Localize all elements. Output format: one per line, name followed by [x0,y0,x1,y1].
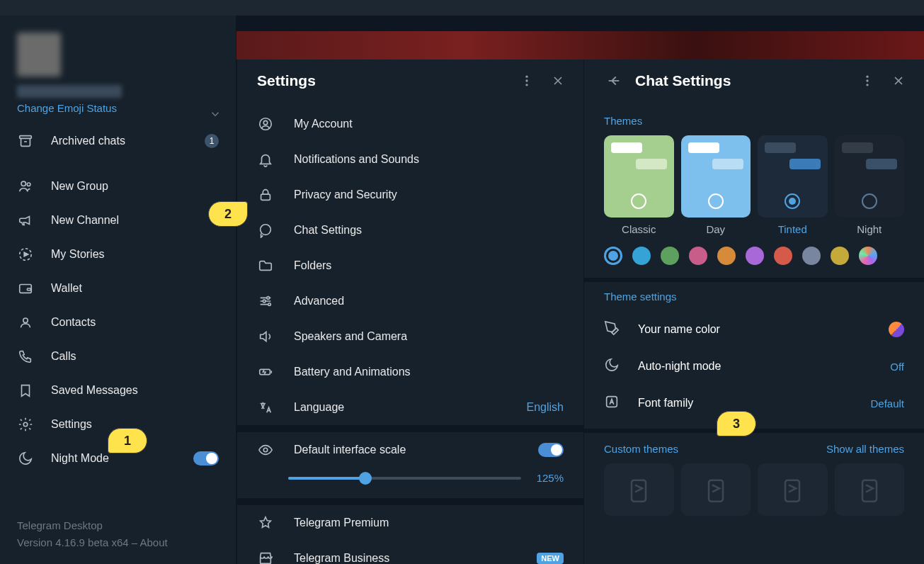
username-blurred [17,85,122,98]
chevron-down-icon[interactable] [209,108,222,123]
app-version[interactable]: Version 4.16.9 beta x64 – About [17,534,219,551]
menu-label: New Group [51,180,108,193]
chat-background-strip [236,31,924,60]
custom-theme-card[interactable] [681,463,751,516]
settings-label: Privacy and Security [294,188,397,201]
language-value: English [527,401,564,414]
moon-icon [17,450,34,467]
settings-folders[interactable]: Folders [237,248,583,283]
new-badge: NEW [537,553,564,564]
chat-settings-header: Chat Settings [584,60,924,106]
menu-my-stories[interactable]: My Stories [0,237,236,271]
menu-label: Contacts [51,316,96,329]
color-swatch[interactable] [802,247,821,265]
color-swatch[interactable] [774,247,792,265]
color-swatch[interactable] [717,247,736,265]
custom-theme-card[interactable] [835,463,905,516]
row-auto-night[interactable]: Auto-night mode Off [584,348,924,385]
svg-point-8 [525,76,527,78]
app-name: Telegram Desktop [17,517,219,534]
menu-new-group[interactable]: New Group [0,169,236,203]
theme-day[interactable]: Day [681,135,751,235]
color-swatch[interactable] [746,247,764,265]
settings-chat-settings[interactable]: Chat Settings [237,213,583,248]
svg-point-15 [267,297,270,300]
settings-label: Telegram Business [294,552,389,564]
bell-icon [257,151,274,168]
theme-night[interactable]: Night [835,135,905,235]
megaphone-icon [17,212,34,229]
settings-telegram-business[interactable]: Telegram Business NEW [237,541,583,564]
svg-point-16 [263,300,266,303]
sidebar-footer: Telegram Desktop Version 4.16.9 beta x64… [0,504,236,564]
svg-point-22 [866,84,868,86]
theme-label: Classic [604,223,674,235]
menu-archived-chats[interactable]: Archived chats 1 [0,124,236,158]
app-titlebar [0,0,924,16]
settings-label: Speakers and Camera [294,330,407,343]
slider-thumb[interactable] [359,472,372,485]
menu-saved-messages[interactable]: Saved Messages [0,373,236,407]
chat-settings-panel: Chat Settings Themes Classic Day Tinted … [583,60,924,564]
folder-icon [257,257,274,274]
menu-calls[interactable]: Calls [0,339,236,373]
settings-telegram-premium[interactable]: Telegram Premium [237,505,583,541]
menu-label: Wallet [51,282,82,295]
svg-point-10 [525,84,527,86]
settings-speakers-camera[interactable]: Speakers and Camera [237,319,583,354]
settings-notifications[interactable]: Notifications and Sounds [237,142,583,177]
settings-advanced[interactable]: Advanced [237,283,583,319]
back-icon[interactable] [604,71,624,91]
custom-theme-card[interactable] [604,463,674,516]
menu-new-channel[interactable]: New Channel [0,203,236,237]
scale-slider[interactable] [288,477,521,480]
settings-my-account[interactable]: My Account [237,106,583,142]
svg-rect-0 [20,136,32,139]
default-scale-toggle[interactable] [538,443,564,457]
row-name-color[interactable]: Your name color [584,311,924,348]
avatar[interactable] [17,33,61,77]
custom-themes-grid [584,463,924,516]
theme-tinted[interactable]: Tinted [758,135,828,235]
more-menu-icon[interactable] [857,71,877,91]
color-swatch[interactable] [632,247,651,265]
close-icon[interactable] [889,71,908,91]
annotation-callout-3: 3 [717,411,756,436]
menu-label: Settings [51,418,92,431]
panel-title: Chat Settings [635,72,846,89]
settings-header: Settings [237,60,583,106]
svg-rect-13 [261,194,270,200]
menu-wallet[interactable]: Wallet [0,271,236,305]
menu-contacts[interactable]: Contacts [0,305,236,339]
color-swatch-selected[interactable] [604,247,622,265]
color-swatch-custom[interactable] [859,247,877,265]
custom-theme-card[interactable] [758,463,828,516]
color-swatch[interactable] [831,247,849,265]
theme-label: Night [835,223,905,235]
theme-label: Day [681,223,751,235]
close-icon[interactable] [548,71,568,91]
paint-icon [604,320,621,339]
svg-point-19 [263,448,268,452]
row-label: Font family [638,397,693,410]
language-icon [257,399,274,416]
settings-default-scale[interactable]: Default interface scale [237,432,583,468]
theme-classic[interactable]: Classic [604,135,674,235]
show-all-themes-link[interactable]: Show all themes [826,443,904,455]
font-icon [604,394,621,412]
change-emoji-status-link[interactable]: Change Emoji Status [17,102,222,114]
wallet-icon [17,280,34,297]
svg-point-9 [525,79,527,81]
annotation-callout-1: 1 [108,428,147,453]
settings-label: Chat Settings [294,224,362,237]
shop-icon [257,550,274,564]
more-menu-icon[interactable] [517,71,537,91]
settings-privacy[interactable]: Privacy and Security [237,177,583,213]
color-swatch[interactable] [661,247,679,265]
color-swatch[interactable] [689,247,707,265]
settings-battery-animations[interactable]: Battery and Animations [237,354,583,390]
chat-icon [257,222,274,239]
archived-count-badge: 1 [205,134,219,148]
night-mode-toggle[interactable] [193,451,219,466]
settings-language[interactable]: Language English [237,390,583,425]
